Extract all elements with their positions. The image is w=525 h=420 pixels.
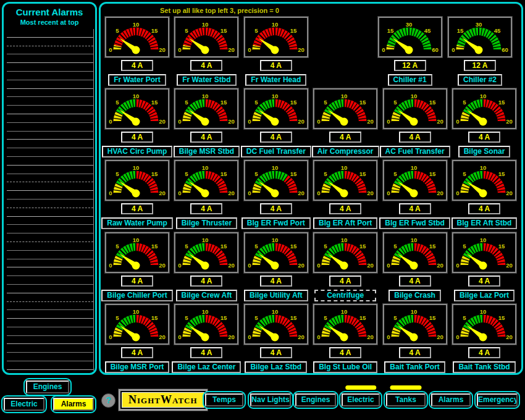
gauge-label[interactable]: Air Compressor: [312, 146, 379, 158]
gauge[interactable]: 05101520: [314, 90, 376, 128]
gauge-label[interactable]: Blg ER Aft Stbd: [452, 217, 518, 229]
gauge-label[interactable]: Bilge Laz Center: [172, 361, 241, 373]
alarm-row[interactable]: [7, 72, 93, 80]
gauge-label[interactable]: Bilge Crew Aft: [176, 290, 238, 301]
gauge-box[interactable]: 05101520: [174, 304, 238, 345]
gauge-label[interactable]: Bilge Utility Aft: [244, 290, 308, 301]
gauge-label[interactable]: Blg ER Fwd Port: [242, 217, 311, 229]
alarm-row[interactable]: [7, 336, 93, 345]
gauge[interactable]: 05101520: [106, 90, 168, 128]
gauge-label[interactable]: Chiller #2: [458, 74, 502, 86]
gauge-box[interactable]: 05101520: [452, 232, 516, 273]
alarm-row[interactable]: [7, 276, 93, 285]
alarm-row[interactable]: [7, 327, 93, 336]
gauge-value[interactable]: 4 A: [190, 132, 222, 143]
gauge-label[interactable]: HVAC Circ Pump: [102, 146, 172, 158]
gauge[interactable]: 05101520: [453, 161, 515, 200]
nav-button-alarms[interactable]: Alarms: [431, 393, 471, 406]
alarm-row[interactable]: [7, 208, 93, 217]
gauge-value[interactable]: 4 A: [329, 203, 361, 214]
gauge[interactable]: 05101520: [106, 18, 168, 56]
gauge-label[interactable]: Bait Tank Port: [384, 361, 445, 373]
nav-button-emergency[interactable]: Emergency: [477, 393, 518, 406]
gauge-label[interactable]: Raw Water Pump: [101, 217, 173, 229]
gauge-box[interactable]: 015304560: [378, 17, 442, 57]
alarm-row[interactable]: [7, 114, 93, 123]
alarm-row[interactable]: [7, 353, 93, 361]
nav-button-electric[interactable]: Electric: [342, 393, 380, 406]
gauge[interactable]: 05101520: [384, 233, 446, 272]
alarm-row[interactable]: [7, 106, 93, 114]
gauge-value[interactable]: 4 A: [399, 347, 431, 358]
alarm-row[interactable]: [7, 148, 93, 157]
gauge-label[interactable]: Bilge Laz Port: [454, 290, 514, 301]
gauge-box[interactable]: 05101520: [383, 304, 447, 345]
gauge-value[interactable]: 4 A: [121, 275, 153, 287]
gauge-box[interactable]: 05101520: [105, 17, 169, 57]
alarm-row[interactable]: [7, 344, 93, 353]
alarm-row[interactable]: [7, 89, 93, 98]
gauge[interactable]: 05101520: [245, 18, 307, 56]
alarm-row[interactable]: [7, 166, 93, 174]
gauge[interactable]: 015304560: [449, 18, 511, 56]
gauge-label[interactable]: Bilge MSR Stbd: [174, 146, 240, 158]
gauge-label[interactable]: Bilge Sonar: [458, 146, 511, 158]
footer-button-electric[interactable]: Electric: [4, 398, 44, 411]
alarm-row[interactable]: [7, 157, 93, 166]
alarm-row[interactable]: [7, 233, 93, 242]
gauge[interactable]: 05101520: [175, 18, 237, 56]
gauge-value[interactable]: 12 A: [394, 60, 426, 71]
gauge[interactable]: 05101520: [106, 305, 168, 343]
alarm-row[interactable]: [7, 123, 93, 132]
gauge-box[interactable]: 05101520: [174, 160, 238, 201]
gauge[interactable]: 05101520: [384, 161, 446, 200]
gauge-value[interactable]: 4 A: [121, 347, 153, 358]
gauge[interactable]: 05101520: [453, 233, 515, 272]
alarm-row[interactable]: [7, 310, 93, 319]
gauge-value[interactable]: 4 A: [260, 60, 292, 71]
gauge-label[interactable]: Bilge MSR Port: [105, 361, 170, 373]
gauge[interactable]: 015304560: [379, 18, 441, 56]
alarm-row[interactable]: [7, 140, 93, 148]
alarm-row[interactable]: [7, 29, 93, 38]
gauge[interactable]: 05101520: [245, 161, 307, 200]
gauge[interactable]: 05101520: [245, 305, 307, 343]
alarm-row[interactable]: [7, 97, 93, 106]
gauge[interactable]: 05101520: [106, 233, 168, 272]
gauge-label[interactable]: Blg St Lube Oil: [313, 361, 377, 373]
gauge-label[interactable]: Bilge Thruster: [176, 217, 237, 229]
gauge-value[interactable]: 4 A: [260, 347, 292, 358]
gauge-box[interactable]: 05101520: [452, 160, 516, 201]
alarm-row[interactable]: [7, 80, 93, 89]
gauge-box[interactable]: 05101520: [244, 232, 308, 273]
gauge-value[interactable]: 4 A: [260, 203, 292, 214]
alarm-row[interactable]: [7, 217, 93, 225]
nav-button-temps[interactable]: Temps: [205, 393, 243, 406]
gauge-label[interactable]: Bilge Chiller Port: [101, 290, 172, 301]
alarm-row[interactable]: [7, 191, 93, 200]
gauge-box[interactable]: 05101520: [174, 232, 238, 273]
gauge-box[interactable]: 05101520: [244, 88, 308, 129]
gauge-value[interactable]: 4 A: [468, 275, 500, 287]
gauge-box[interactable]: 05101520: [313, 88, 377, 129]
gauge-box[interactable]: 05101520: [313, 232, 377, 273]
gauge[interactable]: 05101520: [175, 90, 237, 128]
gauge[interactable]: 05101520: [314, 161, 376, 200]
gauge-label[interactable]: Blg ER Fwd Stbd: [379, 217, 450, 229]
gauge-label[interactable]: Chiller #1: [388, 74, 432, 86]
gauge-label[interactable]: Centrifuge: [314, 290, 376, 301]
alarm-row[interactable]: [7, 54, 93, 63]
alarm-row[interactable]: [7, 46, 93, 55]
gauge-label[interactable]: Fr Water Stbd: [177, 74, 236, 86]
alarm-row[interactable]: [7, 132, 93, 140]
gauge-box[interactable]: 015304560: [448, 17, 512, 57]
gauge-value[interactable]: 4 A: [121, 132, 153, 143]
footer-button-engines[interactable]: Engines: [26, 380, 69, 393]
gauge[interactable]: 05101520: [245, 90, 307, 128]
gauge[interactable]: 05101520: [175, 233, 237, 272]
gauge-box[interactable]: 05101520: [244, 304, 308, 345]
alarm-row[interactable]: [7, 174, 93, 183]
gauge[interactable]: 05101520: [106, 161, 168, 200]
gauge[interactable]: 05101520: [175, 305, 237, 343]
gauge-box[interactable]: 05101520: [313, 304, 377, 345]
